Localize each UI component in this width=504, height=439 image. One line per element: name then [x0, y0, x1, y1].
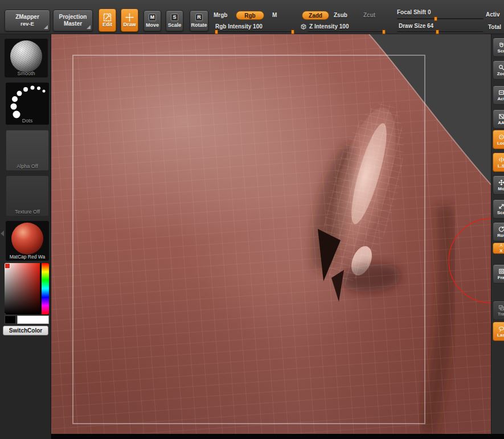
stroke-thumbnail[interactable]: Dots [6, 83, 49, 125]
draw-size-slider[interactable] [397, 31, 483, 33]
brush-thumbnail[interactable]: Smooth [5, 39, 48, 77]
rgb-intensity-thumb-left[interactable] [215, 30, 218, 34]
bottom-bar [51, 434, 504, 439]
shelf-label: Zoo [497, 71, 504, 76]
shelf-button-xyz[interactable]: X [493, 243, 504, 254]
scale-button[interactable]: S Scale [166, 10, 183, 31]
transparency-icon [498, 305, 504, 311]
scale-label: Scale [168, 22, 182, 28]
sculpt-viewport[interactable] [51, 34, 491, 434]
rgb-intensity-thumb[interactable] [291, 30, 294, 34]
rotate-button[interactable]: R Rotate [190, 10, 208, 31]
alpha-thumbnail[interactable]: Alpha Off [6, 130, 49, 171]
dropdown-triangle-icon [87, 25, 91, 29]
projection-master-button[interactable]: Projection Master [53, 10, 93, 31]
zbrush-app: ZMapper rev-E Projection Master Edit Dra… [0, 0, 504, 439]
alpha-label: Alpha Off [6, 163, 48, 169]
shelf-button-rotate[interactable]: Rot [493, 222, 504, 241]
rgb-intensity-slider[interactable] [215, 31, 294, 33]
top-toolbar: ZMapper rev-E Projection Master Edit Dra… [0, 0, 504, 34]
rotate-label: Rotate [191, 22, 207, 28]
scale-arrow-icon [498, 203, 504, 210]
scale-letter-icon: S [171, 14, 178, 21]
symmetry-icon [498, 157, 504, 163]
focal-shift-slider[interactable] [397, 18, 483, 20]
edit-button[interactable]: Edit [99, 9, 116, 32]
zmapper-button[interactable]: ZMapper rev-E [5, 10, 50, 31]
shelf-button-lasso[interactable]: Las [493, 322, 504, 341]
active-points-counter: Activ [486, 11, 499, 18]
shelf-label: L.S [498, 163, 504, 169]
shelf-button-transp[interactable]: Tra [493, 301, 504, 320]
z-intensity-slider[interactable] [308, 31, 385, 33]
z-intensity-label: Z Intensity 100 [309, 23, 349, 30]
shelf-label: Scr [498, 48, 504, 54]
magnifier-icon [498, 64, 504, 71]
aa-half-icon [498, 113, 504, 120]
hue-strip[interactable] [42, 263, 49, 314]
shelf-button-zoom[interactable]: Zoo [493, 60, 504, 80]
shelf-label: Fra [498, 275, 504, 280]
move-letter-icon: M [149, 14, 156, 21]
shelf-button-local[interactable]: Loc [493, 130, 504, 149]
dropdown-triangle-icon [44, 25, 48, 29]
material-thumbnail[interactable]: MatCap Red Wa [6, 221, 49, 261]
right-shelf: Scr Zoo Act AA Loc [491, 34, 504, 434]
shelf-label: Sca [497, 210, 504, 215]
shelf-button-aahalf[interactable]: AA [493, 109, 504, 129]
rotate-arc-icon [498, 226, 504, 232]
xyz-axes-icon [498, 243, 504, 248]
projection-label-line2: Master [64, 20, 82, 27]
focal-shift-thumb[interactable] [434, 17, 437, 21]
shelf-label: AA [498, 120, 504, 125]
shelf-label: Tra [498, 311, 504, 317]
switch-color-button[interactable]: SwitchColor [3, 326, 48, 335]
frame-icon [498, 268, 504, 274]
cube-icon [300, 23, 307, 30]
shelf-label: X [499, 248, 502, 253]
shelf-button-move[interactable]: Mo [493, 175, 504, 195]
mrgb-toggle[interactable]: Mrgb [214, 12, 227, 18]
zadd-toggle[interactable]: Zadd [302, 11, 329, 20]
rotate-letter-icon: R [195, 14, 203, 21]
shelf-label: Rot [497, 233, 504, 238]
draw-button[interactable]: Draw [121, 9, 138, 32]
edit-icon [103, 13, 112, 22]
smooth-brush-icon [10, 40, 42, 72]
zmapper-label-line1: ZMapper [15, 14, 39, 20]
move-button[interactable]: M Move [144, 10, 161, 31]
zmapper-label-line2: rev-E [21, 20, 34, 27]
draw-label: Draw [123, 22, 136, 28]
zsub-toggle[interactable]: Zsub [334, 12, 347, 18]
projection-label-line1: Projection [59, 14, 87, 20]
shelf-label: Loc [497, 141, 504, 146]
color-picker[interactable] [5, 263, 49, 314]
shelf-label: Mo [498, 186, 504, 191]
shelf-button-scale[interactable]: Sca [493, 199, 504, 219]
tray-toggle-arrow[interactable] [1, 231, 4, 236]
draw-size-label: Draw Size 64 [399, 23, 433, 29]
stroke-label: Dots [6, 118, 49, 124]
move-label: Move [146, 22, 159, 28]
total-points-counter: Total [488, 24, 501, 30]
draw-crosshair-icon [125, 13, 134, 22]
shelf-button-frame[interactable]: Fra [493, 264, 504, 284]
left-tool-panel: Smooth Dots Alpha Off Texture Off MatCap… [0, 34, 51, 439]
saturation-value-gradient[interactable] [5, 263, 40, 314]
background-color-swatch[interactable] [17, 315, 49, 324]
m-toggle[interactable]: M [272, 12, 277, 18]
shelf-button-actual[interactable]: Act [493, 85, 504, 105]
z-intensity-thumb[interactable] [382, 30, 386, 34]
rgb-toggle[interactable]: Rgb [236, 11, 264, 20]
actual-size-icon [498, 89, 504, 96]
zcut-toggle[interactable]: Zcut [363, 12, 375, 18]
shelf-button-lsym[interactable]: L.S [493, 153, 504, 172]
move-arrows-icon [498, 179, 504, 186]
secondary-color-swatch[interactable] [5, 315, 16, 324]
local-pivot-icon [498, 134, 504, 140]
draw-size-thumb[interactable] [436, 30, 439, 34]
texture-thumbnail[interactable]: Texture Off [6, 175, 49, 216]
brush-label: Smooth [5, 71, 48, 76]
shelf-button-scroll[interactable]: Scr [493, 38, 504, 57]
lasso-icon [498, 326, 504, 332]
